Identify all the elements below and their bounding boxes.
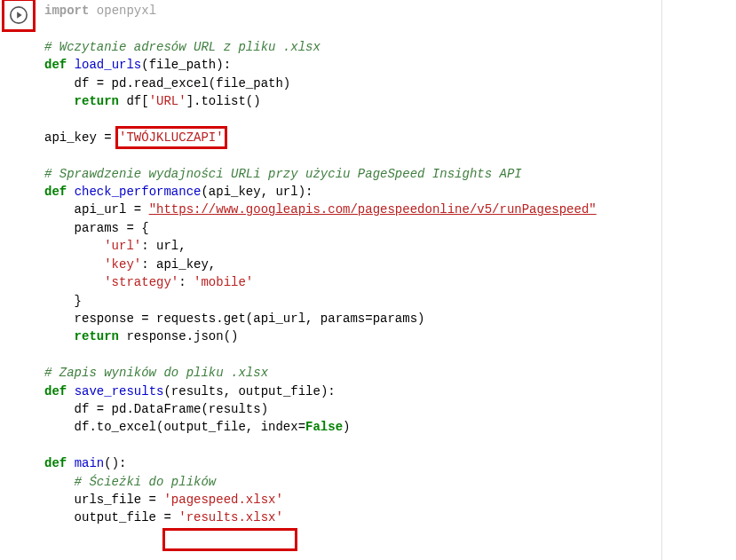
code-line: 'strategy': 'mobile' [44,273,666,291]
code-line: } [44,292,666,310]
code-line: params = { [44,219,666,237]
code-line: # Sprawdzenie wydajności URLi przy użyci… [44,165,666,183]
code-line: df.to_excel(output_file, index=False) [44,418,666,436]
code-line: def load_urls(file_path): [44,56,666,74]
code-line [44,346,666,364]
code-line [44,110,666,128]
code-line: # Ścieżki do plików [44,473,666,491]
urls-file-literal: 'pagespeed.xlsx' [163,493,282,507]
code-line: df = pd.read_excel(file_path) [44,75,666,92]
code-line: response = requests.get(api_url, params=… [44,310,666,327]
gutter [0,0,37,560]
code-line: def main(): [44,454,666,472]
code-line: api_url = "https://www.googleapis.com/pa… [44,201,666,218]
code-line [44,20,666,37]
code-line: df = pd.DataFrame(results) [44,400,666,418]
code-line: def save_results(results, output_file): [44,383,666,400]
code-line [44,437,666,454]
code-line [44,146,666,164]
code-line: def check_performance(api_key, url): [44,183,666,201]
annotation-highlight-urls-file [162,528,297,551]
code-line: # Zapis wyników do pliku .xlsx [44,364,666,382]
api-key-literal: 'TWÓJKLUCZAPI' [119,130,224,145]
code-editor[interactable]: import openpyxl # Wczytanie adresów URL … [44,0,666,527]
code-line: # Wczytanie adresów URL z pliku .xlsx [44,38,666,56]
svg-marker-1 [17,12,22,18]
code-line: urls_file = 'pagespeed.xlsx' [44,491,666,509]
code-line: 'key': api_key, [44,256,666,273]
code-line: return df['URL'].tolist() [44,92,666,110]
code-line: 'url': url, [44,237,666,255]
code-line: import openpyxl [44,2,666,20]
run-cell-button[interactable] [2,0,36,32]
code-line: api_key = 'TWÓJKLUCZAPI' [44,129,666,146]
code-line: output_file = 'results.xlsx' [44,509,666,526]
play-icon [9,5,28,25]
code-line: return response.json() [44,327,666,345]
cell-right-border [661,0,662,560]
